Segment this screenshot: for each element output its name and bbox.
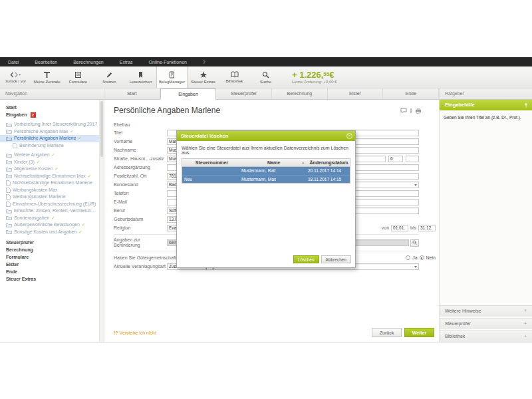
cell-name: Mustermann, Max [239,176,306,183]
sidebar-item-kinder[interactable]: Kinder (3) ✓ [0,159,104,166]
sidebar-item-vorbereitung[interactable]: Vorbereitung Ihrer Steuererklärung 2017 … [0,121,104,128]
menu-datei[interactable]: Datei [8,60,19,65]
sidebar-item-label: Allgemeine Kosten [14,166,53,173]
accordion-weitere-hinweise[interactable]: Weitere Hinweise + [440,305,532,317]
bibliothek-button[interactable]: Bibliothek [219,66,250,88]
sidebar-item-elster[interactable]: Elster [0,261,104,268]
back-forward-icon [10,72,21,78]
sidebar-item-aussergewoehnliche[interactable]: Außergewöhnliche Belastungen ✓ [0,221,104,229]
bis-input[interactable]: 31.12. [418,225,436,231]
radio-ja[interactable] [406,255,410,260]
close-icon[interactable]: ✕ [346,133,352,139]
religion-label: Religion [114,225,167,231]
lesezeichen-button[interactable]: Lesezeichen [125,66,156,88]
cell-steuernummer: Neu [182,176,239,183]
sidebar-scrollbar[interactable] [99,100,104,342]
sidebar-item-werbungskosten-max[interactable]: Werbungskosten Max [0,187,104,194]
sidebar-item-einnahmen-marlene[interactable]: Nichtselbständige Einnahmen Marlene [0,180,104,187]
tab-berechnung[interactable]: Berechnung [272,88,328,99]
table-row[interactable]: Mustermann, Ralf 20.11.2017 14:14 [182,167,350,175]
sidebar-item-euer[interactable]: Einnahmen-Überschussrechnung (EÜR) [0,201,104,208]
formulare-button[interactable]: Formulare [63,66,94,88]
column-header-steuernummer[interactable]: Steuernummer [182,159,239,166]
tab-start[interactable]: Start [104,88,160,99]
sidebar-item-label: Formulare [6,253,29,261]
sidebar-item-label: Nichtselbständige Einnahmen Marlene [13,180,92,187]
religion-period: von 01.01. bis 31.12. [382,225,436,231]
pencil-icon [106,71,113,78]
print-icon[interactable] [415,108,422,114]
cell-name: Mustermann, Ralf [239,167,306,175]
sidebar-item-label: Start [6,104,17,111]
von-input[interactable]: 01.01. [391,225,408,231]
radio-nein[interactable] [420,255,424,260]
sidebar-item-berechnung[interactable]: Berechnung [0,246,104,253]
suche-button[interactable]: Suche [250,66,281,88]
nachname-label: Nachname [114,148,167,153]
sidebar-item-label: Kinder (3) [14,159,35,166]
eingabehilfe-header[interactable]: Eingabehilfe [440,100,532,110]
plus-icon: + [524,306,527,317]
sidebar-item-sonstige[interactable]: Sonstige Kosten und Angaben ✓ [0,229,104,236]
scrollbar-thumb[interactable] [100,101,103,157]
sidebar-item-ende[interactable]: Ende [0,268,104,275]
sidebar-item-eingaben[interactable]: Eingaben 2 [0,111,104,118]
next-button[interactable]: Weiter [404,328,434,337]
sidebar-item-angaben-max[interactable]: Persönliche Angaben Max ✓ [0,128,104,136]
sidebar-item-behinderung-marlene[interactable]: Behinderung Marlene [0,142,104,150]
behinderung-lookup-button[interactable] [410,239,419,247]
meine-zentrale-button[interactable]: Meine Zentrale [31,66,63,88]
menu-hilfe[interactable]: ? [203,60,205,65]
menu-bearbeiten[interactable]: Bearbeiten [35,60,57,65]
table-row[interactable]: Neu Mustermann, Max 18.11.2017 14:15 [182,175,350,183]
column-header-label: Name [267,160,280,165]
zusatz-input[interactable] [406,156,419,162]
sidebar-item-einkuenfte[interactable]: Einkünfte: Zinsen, Renten, Vermietung us… [0,207,104,215]
sidebar-item-sonderausgaben[interactable]: Sonderausgaben ✓ [0,215,104,222]
menu-berechnungen[interactable]: Berechnungen [73,60,104,65]
steuer-extras-button[interactable]: Steuer Extras [188,66,219,88]
tab-ende[interactable]: Ende [383,88,439,99]
info-icon[interactable] [410,108,412,114]
document-icon [6,188,11,193]
back-forward-button[interactable]: zurück / vor [0,66,31,88]
sidebar-item-angaben-marlene[interactable]: Persönliche Angaben Marlene ✓ [0,135,104,142]
accordion-bibliothek[interactable]: Bibliothek + [440,331,532,342]
book-icon [231,71,239,78]
tab-elster[interactable]: Elster [328,88,384,99]
column-header-aenderungsdatum[interactable]: Änderungsdatum [306,159,350,166]
sidebar-item-werbungskosten-marlene[interactable]: Werbungskosten Marlene [0,194,104,201]
check-icon: ✓ [78,135,81,142]
cell-datum: 20.11.2017 14:14 [306,167,350,175]
back-button[interactable]: Zurück [372,328,402,337]
hausnr-input[interactable]: 6 [388,156,403,162]
sidebar-item-start[interactable]: Start [0,104,104,111]
delete-button[interactable]: Löschen [293,255,319,263]
sidebar-item-allgemeine-kosten[interactable]: Allgemeine Kosten ✓ [0,166,104,173]
folder-icon [6,215,12,220]
menu-extras[interactable]: Extras [120,60,133,65]
check-icon: ✓ [70,128,73,136]
notizen-button[interactable]: Notizen [94,66,125,88]
comment-icon[interactable] [400,108,407,114]
cancel-button[interactable]: Abbrechen [321,255,351,263]
sidebar-item-label: Sonderausgaben [14,215,49,222]
tab-steuerpruefer[interactable]: Steuerprüfer [216,88,272,99]
check-icon: ✓ [82,221,85,229]
menu-online-funktionen[interactable]: Online-Funktionen [149,60,187,65]
sidebar-item-steuerpruefer[interactable]: Steuerprüfer [0,239,104,246]
accordion-steuerpruefer[interactable]: Steuerprüfer + [440,318,532,329]
tab-eingaben[interactable]: Eingaben [160,88,217,100]
belegmanager-button[interactable]: BelegManager [156,66,188,88]
navigation-header: Navigation [0,88,104,99]
steuerdatei-loeschen-dialog: Steuerdatei löschen ✕ Wählen Sie eine St… [176,130,356,268]
sidebar-item-formulare[interactable]: Formulare [0,253,104,261]
sidebar-item-einnahmen-max[interactable]: Nichtselbständige Einnahmen Max ✓ [0,173,104,180]
not-understand-link[interactable]: !? Verstehe ich nicht [114,331,156,335]
sidebar-item-weitere-angaben[interactable]: Weitere Angaben ✓ [0,152,104,159]
veranlagungsart-label: Aktuelle Veranlagungsart [114,264,167,269]
column-header-name[interactable]: Name ▲ [239,159,306,166]
last-change-label: Letzte Änderung: +0,00 € [292,80,337,84]
sidebar-item-steuer-extras[interactable]: Steuer Extras [0,275,104,283]
dialog-titlebar[interactable]: Steuerdatei löschen ✕ [177,131,355,141]
